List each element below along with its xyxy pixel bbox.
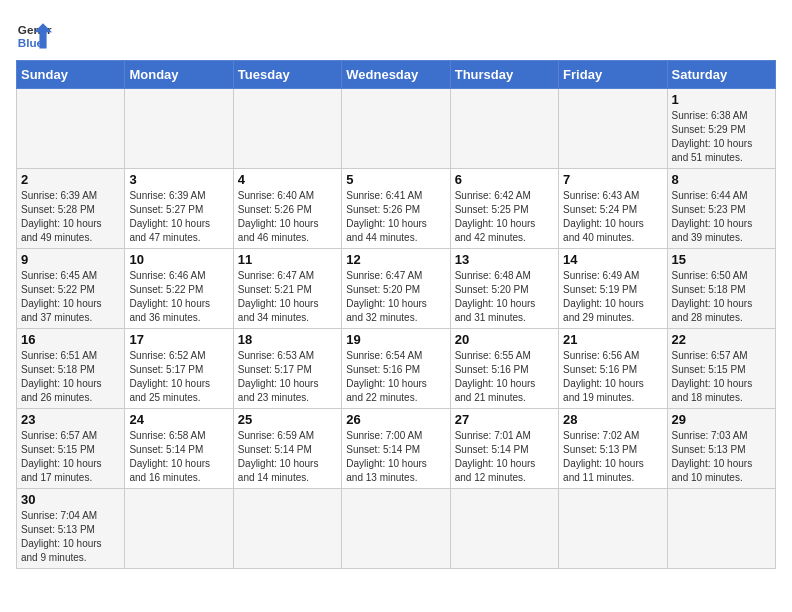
weekday-header-sunday: Sunday xyxy=(17,61,125,89)
day-number: 6 xyxy=(455,172,554,187)
calendar-cell xyxy=(450,89,558,169)
day-number: 19 xyxy=(346,332,445,347)
calendar-week-1: 2Sunrise: 6:39 AM Sunset: 5:28 PM Daylig… xyxy=(17,169,776,249)
calendar-cell: 27Sunrise: 7:01 AM Sunset: 5:14 PM Dayli… xyxy=(450,409,558,489)
weekday-header-thursday: Thursday xyxy=(450,61,558,89)
day-info: Sunrise: 6:48 AM Sunset: 5:20 PM Dayligh… xyxy=(455,269,554,325)
day-info: Sunrise: 7:04 AM Sunset: 5:13 PM Dayligh… xyxy=(21,509,120,565)
day-info: Sunrise: 6:44 AM Sunset: 5:23 PM Dayligh… xyxy=(672,189,771,245)
calendar-week-4: 23Sunrise: 6:57 AM Sunset: 5:15 PM Dayli… xyxy=(17,409,776,489)
day-number: 11 xyxy=(238,252,337,267)
calendar-cell: 18Sunrise: 6:53 AM Sunset: 5:17 PM Dayli… xyxy=(233,329,341,409)
day-info: Sunrise: 6:54 AM Sunset: 5:16 PM Dayligh… xyxy=(346,349,445,405)
calendar-week-5: 30Sunrise: 7:04 AM Sunset: 5:13 PM Dayli… xyxy=(17,489,776,569)
day-number: 3 xyxy=(129,172,228,187)
day-info: Sunrise: 6:59 AM Sunset: 5:14 PM Dayligh… xyxy=(238,429,337,485)
calendar-cell: 13Sunrise: 6:48 AM Sunset: 5:20 PM Dayli… xyxy=(450,249,558,329)
day-info: Sunrise: 6:56 AM Sunset: 5:16 PM Dayligh… xyxy=(563,349,662,405)
calendar-cell xyxy=(342,489,450,569)
weekday-header-saturday: Saturday xyxy=(667,61,775,89)
calendar-cell xyxy=(125,489,233,569)
day-info: Sunrise: 6:49 AM Sunset: 5:19 PM Dayligh… xyxy=(563,269,662,325)
day-info: Sunrise: 6:53 AM Sunset: 5:17 PM Dayligh… xyxy=(238,349,337,405)
calendar-cell: 6Sunrise: 6:42 AM Sunset: 5:25 PM Daylig… xyxy=(450,169,558,249)
day-info: Sunrise: 6:41 AM Sunset: 5:26 PM Dayligh… xyxy=(346,189,445,245)
calendar-cell: 9Sunrise: 6:45 AM Sunset: 5:22 PM Daylig… xyxy=(17,249,125,329)
calendar-cell: 21Sunrise: 6:56 AM Sunset: 5:16 PM Dayli… xyxy=(559,329,667,409)
calendar-cell xyxy=(450,489,558,569)
calendar-cell: 10Sunrise: 6:46 AM Sunset: 5:22 PM Dayli… xyxy=(125,249,233,329)
day-info: Sunrise: 6:40 AM Sunset: 5:26 PM Dayligh… xyxy=(238,189,337,245)
day-number: 26 xyxy=(346,412,445,427)
day-number: 28 xyxy=(563,412,662,427)
header: General Blue xyxy=(16,16,776,52)
calendar-cell: 29Sunrise: 7:03 AM Sunset: 5:13 PM Dayli… xyxy=(667,409,775,489)
day-info: Sunrise: 6:42 AM Sunset: 5:25 PM Dayligh… xyxy=(455,189,554,245)
calendar-cell: 11Sunrise: 6:47 AM Sunset: 5:21 PM Dayli… xyxy=(233,249,341,329)
day-number: 16 xyxy=(21,332,120,347)
day-number: 5 xyxy=(346,172,445,187)
day-number: 25 xyxy=(238,412,337,427)
calendar-cell xyxy=(125,89,233,169)
calendar-cell: 7Sunrise: 6:43 AM Sunset: 5:24 PM Daylig… xyxy=(559,169,667,249)
day-number: 23 xyxy=(21,412,120,427)
day-info: Sunrise: 7:02 AM Sunset: 5:13 PM Dayligh… xyxy=(563,429,662,485)
calendar-cell: 16Sunrise: 6:51 AM Sunset: 5:18 PM Dayli… xyxy=(17,329,125,409)
day-info: Sunrise: 7:00 AM Sunset: 5:14 PM Dayligh… xyxy=(346,429,445,485)
day-info: Sunrise: 6:39 AM Sunset: 5:27 PM Dayligh… xyxy=(129,189,228,245)
calendar-cell: 2Sunrise: 6:39 AM Sunset: 5:28 PM Daylig… xyxy=(17,169,125,249)
day-info: Sunrise: 6:50 AM Sunset: 5:18 PM Dayligh… xyxy=(672,269,771,325)
day-number: 15 xyxy=(672,252,771,267)
calendar-table: SundayMondayTuesdayWednesdayThursdayFrid… xyxy=(16,60,776,569)
logo: General Blue xyxy=(16,16,52,52)
day-number: 7 xyxy=(563,172,662,187)
calendar-week-2: 9Sunrise: 6:45 AM Sunset: 5:22 PM Daylig… xyxy=(17,249,776,329)
day-info: Sunrise: 6:51 AM Sunset: 5:18 PM Dayligh… xyxy=(21,349,120,405)
day-info: Sunrise: 7:01 AM Sunset: 5:14 PM Dayligh… xyxy=(455,429,554,485)
day-number: 10 xyxy=(129,252,228,267)
weekday-header-friday: Friday xyxy=(559,61,667,89)
calendar-cell xyxy=(17,89,125,169)
calendar-cell: 12Sunrise: 6:47 AM Sunset: 5:20 PM Dayli… xyxy=(342,249,450,329)
calendar-cell: 25Sunrise: 6:59 AM Sunset: 5:14 PM Dayli… xyxy=(233,409,341,489)
day-info: Sunrise: 6:47 AM Sunset: 5:21 PM Dayligh… xyxy=(238,269,337,325)
calendar-cell xyxy=(233,489,341,569)
calendar-cell: 3Sunrise: 6:39 AM Sunset: 5:27 PM Daylig… xyxy=(125,169,233,249)
calendar-cell: 28Sunrise: 7:02 AM Sunset: 5:13 PM Dayli… xyxy=(559,409,667,489)
day-number: 9 xyxy=(21,252,120,267)
weekday-header-monday: Monday xyxy=(125,61,233,89)
day-number: 29 xyxy=(672,412,771,427)
day-info: Sunrise: 6:45 AM Sunset: 5:22 PM Dayligh… xyxy=(21,269,120,325)
day-info: Sunrise: 6:46 AM Sunset: 5:22 PM Dayligh… xyxy=(129,269,228,325)
day-number: 17 xyxy=(129,332,228,347)
day-info: Sunrise: 6:55 AM Sunset: 5:16 PM Dayligh… xyxy=(455,349,554,405)
day-number: 20 xyxy=(455,332,554,347)
calendar-cell: 26Sunrise: 7:00 AM Sunset: 5:14 PM Dayli… xyxy=(342,409,450,489)
day-number: 2 xyxy=(21,172,120,187)
calendar-cell: 19Sunrise: 6:54 AM Sunset: 5:16 PM Dayli… xyxy=(342,329,450,409)
day-info: Sunrise: 7:03 AM Sunset: 5:13 PM Dayligh… xyxy=(672,429,771,485)
weekday-header-tuesday: Tuesday xyxy=(233,61,341,89)
calendar-cell: 1Sunrise: 6:38 AM Sunset: 5:29 PM Daylig… xyxy=(667,89,775,169)
day-info: Sunrise: 6:52 AM Sunset: 5:17 PM Dayligh… xyxy=(129,349,228,405)
calendar-cell: 5Sunrise: 6:41 AM Sunset: 5:26 PM Daylig… xyxy=(342,169,450,249)
calendar-cell: 15Sunrise: 6:50 AM Sunset: 5:18 PM Dayli… xyxy=(667,249,775,329)
day-number: 12 xyxy=(346,252,445,267)
calendar-cell: 20Sunrise: 6:55 AM Sunset: 5:16 PM Dayli… xyxy=(450,329,558,409)
weekday-header-wednesday: Wednesday xyxy=(342,61,450,89)
calendar-cell xyxy=(233,89,341,169)
day-info: Sunrise: 6:57 AM Sunset: 5:15 PM Dayligh… xyxy=(21,429,120,485)
calendar-cell: 30Sunrise: 7:04 AM Sunset: 5:13 PM Dayli… xyxy=(17,489,125,569)
day-info: Sunrise: 6:58 AM Sunset: 5:14 PM Dayligh… xyxy=(129,429,228,485)
day-number: 8 xyxy=(672,172,771,187)
calendar-week-3: 16Sunrise: 6:51 AM Sunset: 5:18 PM Dayli… xyxy=(17,329,776,409)
day-info: Sunrise: 6:47 AM Sunset: 5:20 PM Dayligh… xyxy=(346,269,445,325)
calendar-week-0: 1Sunrise: 6:38 AM Sunset: 5:29 PM Daylig… xyxy=(17,89,776,169)
logo-icon: General Blue xyxy=(16,16,52,52)
day-number: 24 xyxy=(129,412,228,427)
calendar-cell: 24Sunrise: 6:58 AM Sunset: 5:14 PM Dayli… xyxy=(125,409,233,489)
calendar-cell: 22Sunrise: 6:57 AM Sunset: 5:15 PM Dayli… xyxy=(667,329,775,409)
calendar-cell xyxy=(559,89,667,169)
calendar-cell xyxy=(559,489,667,569)
calendar-cell: 4Sunrise: 6:40 AM Sunset: 5:26 PM Daylig… xyxy=(233,169,341,249)
